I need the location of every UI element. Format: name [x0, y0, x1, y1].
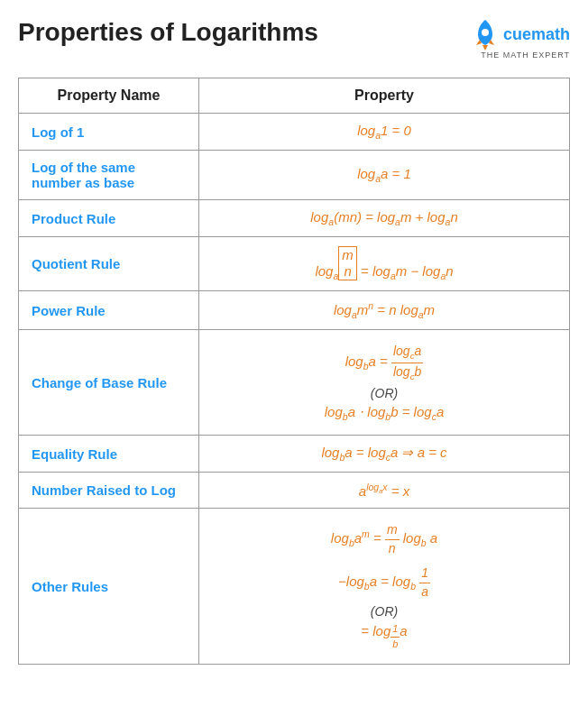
- rocket-icon: [471, 18, 500, 50]
- table-row: Log of the same number as base logaa = 1: [19, 151, 570, 200]
- table-row: Product Rule loga(mn) = logam + logan: [19, 200, 570, 237]
- table-row: Log of 1 loga1 = 0: [19, 114, 570, 151]
- property-formula: logamn = n logam: [199, 291, 570, 330]
- property-name: Equality Rule: [19, 436, 199, 473]
- property-formula: logba = logca ⇒ a = c: [199, 436, 570, 473]
- table-row: Other Rules logbam = m n logb a −logba =…: [19, 509, 570, 665]
- formula-text: loga(mn) = logam + logan: [310, 209, 457, 225]
- formula-text: loga1 = 0: [357, 123, 411, 138]
- table-row: Equality Rule logba = logca ⇒ a = c: [19, 436, 570, 473]
- page-header: Properties of Logarithms cuemath THE MAT…: [18, 18, 570, 60]
- logo-text: cuemath: [503, 25, 570, 44]
- property-formula: logaa = 1: [199, 151, 570, 200]
- formula-text: logbam = m n logb a −logba = logb 1 a: [212, 521, 556, 651]
- page-title: Properties of Logarithms: [18, 18, 318, 47]
- property-formula: loga(mn) = logam + logan: [199, 200, 570, 237]
- formula-text: alogax = x: [359, 483, 409, 499]
- table-row: Quotient Rule logamn = logam − logan: [19, 237, 570, 291]
- property-formula: logba = logca logcb (OR) logba ⋅ logbb =…: [199, 330, 570, 436]
- property-formula: logamn = logam − logan: [199, 237, 570, 291]
- logo-sub: THE MATH EXPERT: [481, 50, 570, 60]
- col-header-property: Property: [199, 78, 570, 114]
- property-name: Log of the same number as base: [19, 151, 199, 200]
- property-formula: loga1 = 0: [199, 114, 570, 151]
- logo-brand: cuemath: [471, 18, 570, 50]
- property-name: Number Raised to Log: [19, 473, 199, 509]
- logo-container: cuemath THE MATH EXPERT: [471, 18, 570, 60]
- formula-text: logba = logca logcb (OR) logba ⋅ logbb =…: [212, 343, 556, 422]
- property-formula: alogax = x: [199, 473, 570, 509]
- table-row: Change of Base Rule logba = logca logcb …: [19, 330, 570, 436]
- formula-text: logaa = 1: [357, 166, 411, 181]
- formula-text: logamn = logam − logan: [315, 263, 453, 279]
- formula-text: logba = logca ⇒ a = c: [321, 445, 446, 460]
- properties-table: Property Name Property Log of 1 loga1 = …: [18, 78, 570, 665]
- svg-point-0: [482, 29, 489, 36]
- property-name: Product Rule: [19, 200, 199, 237]
- table-row: Power Rule logamn = n logam: [19, 291, 570, 330]
- property-name: Change of Base Rule: [19, 330, 199, 436]
- property-name: Other Rules: [19, 509, 199, 665]
- property-name: Log of 1: [19, 114, 199, 151]
- formula-text: logamn = n logam: [334, 302, 435, 317]
- table-row: Number Raised to Log alogax = x: [19, 473, 570, 509]
- property-name: Quotient Rule: [19, 237, 199, 291]
- property-name: Power Rule: [19, 291, 199, 330]
- col-header-name: Property Name: [19, 78, 199, 114]
- property-formula: logbam = m n logb a −logba = logb 1 a: [199, 509, 570, 665]
